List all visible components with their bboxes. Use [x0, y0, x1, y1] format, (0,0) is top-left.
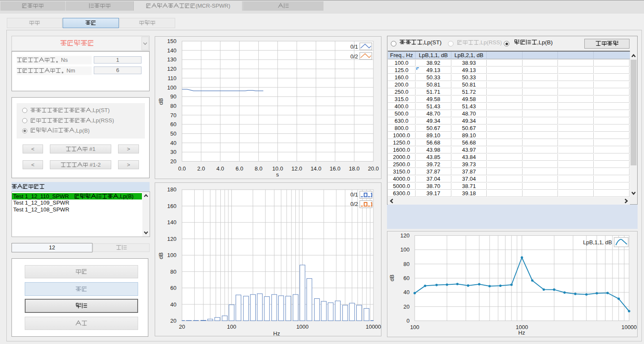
svg-text:14.0: 14.0 — [311, 165, 321, 172]
svg-text:dB: dB — [158, 252, 164, 259]
svg-text:140: 140 — [167, 219, 176, 225]
svg-text:Hz: Hz — [273, 330, 280, 336]
svg-text:0.0: 0.0 — [178, 165, 186, 172]
svg-text:8.0: 8.0 — [255, 165, 263, 172]
svg-text:40: 40 — [170, 301, 176, 308]
svg-text:dB: dB — [158, 98, 164, 105]
svg-text:180: 180 — [167, 186, 176, 193]
svg-text:30: 30 — [170, 149, 176, 155]
svg-text:20: 20 — [170, 158, 176, 165]
svg-text:120: 120 — [167, 236, 176, 242]
svg-text:70: 70 — [170, 112, 176, 119]
svg-text:100: 100 — [410, 324, 419, 330]
svg-text:20: 20 — [404, 304, 410, 310]
svg-text:120: 120 — [167, 66, 176, 72]
svg-text:80: 80 — [170, 103, 176, 109]
svg-text:110: 110 — [167, 75, 176, 81]
svg-text:0/2: 0/2 — [350, 201, 358, 207]
svg-text:s: s — [276, 171, 279, 178]
svg-text:60: 60 — [170, 121, 176, 127]
svg-text:140: 140 — [167, 47, 176, 54]
svg-text:0: 0 — [407, 318, 410, 324]
svg-text:40: 40 — [170, 140, 176, 146]
svg-text:160: 160 — [167, 203, 176, 209]
svg-text:80: 80 — [404, 261, 410, 267]
svg-text:6.0: 6.0 — [236, 165, 243, 172]
svg-text:10000: 10000 — [366, 324, 381, 330]
svg-text:2.0: 2.0 — [197, 165, 205, 172]
svg-text:100: 100 — [227, 324, 236, 330]
svg-text:16.0: 16.0 — [330, 165, 341, 172]
svg-text:4.0: 4.0 — [217, 165, 224, 172]
svg-text:0/1: 0/1 — [350, 43, 358, 50]
svg-text:Hz: Hz — [518, 330, 525, 336]
svg-text:90: 90 — [170, 93, 176, 100]
svg-text:0/2: 0/2 — [350, 53, 358, 60]
svg-text:0/1: 0/1 — [350, 191, 358, 198]
svg-text:60: 60 — [404, 275, 410, 281]
svg-text:LpB,1,1, dB: LpB,1,1, dB — [583, 239, 612, 246]
svg-text:80: 80 — [170, 269, 176, 275]
svg-text:40: 40 — [404, 289, 410, 295]
svg-text:100: 100 — [167, 84, 176, 91]
svg-text:130: 130 — [167, 56, 176, 63]
svg-text:18.0: 18.0 — [349, 165, 359, 172]
svg-text:dB: dB — [389, 275, 395, 281]
svg-text:150: 150 — [167, 38, 176, 44]
svg-text:10000: 10000 — [621, 324, 637, 330]
svg-text:1000: 1000 — [296, 324, 309, 330]
svg-text:20: 20 — [170, 318, 176, 324]
svg-text:120: 120 — [400, 232, 410, 239]
svg-text:60: 60 — [170, 285, 176, 291]
svg-text:100: 100 — [167, 252, 176, 258]
svg-text:100: 100 — [400, 246, 410, 253]
svg-text:12.0: 12.0 — [292, 165, 302, 172]
svg-text:20: 20 — [179, 324, 185, 330]
svg-text:50: 50 — [170, 130, 176, 137]
svg-text:10.0: 10.0 — [272, 165, 283, 172]
svg-text:20.0: 20.0 — [368, 165, 378, 172]
